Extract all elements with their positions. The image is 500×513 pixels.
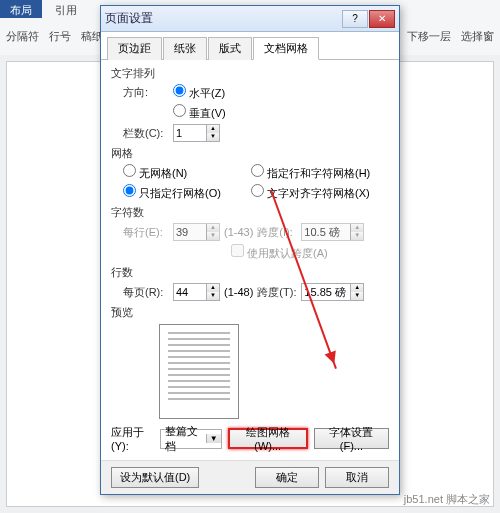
dialog-tabs: 页边距 纸张 版式 文档网格 (101, 32, 399, 60)
section-text-arrange: 文字排列 (111, 66, 389, 81)
ok-button[interactable]: 确定 (255, 467, 319, 488)
radio-lines-only[interactable]: 只指定行网格(O) (123, 184, 233, 201)
columns-stepper[interactable]: ▲▼ (173, 124, 220, 142)
preview-box (159, 324, 239, 419)
close-icon[interactable]: ✕ (369, 10, 395, 28)
char-span-label: 跨度(I): (257, 225, 297, 240)
dialog-title: 页面设置 (105, 10, 342, 27)
apply-to-label: 应用于(Y): (111, 425, 154, 452)
direction-label: 方向: (123, 85, 169, 100)
radio-lines-chars[interactable]: 指定行和字符网格(H) (251, 164, 370, 181)
section-grid: 网格 (111, 146, 389, 161)
chevron-down-icon[interactable]: ▼ (206, 434, 221, 443)
draw-grid-button[interactable]: 绘图网格(W)... (228, 428, 308, 449)
title-bar[interactable]: 页面设置 ? ✕ (101, 6, 399, 32)
tab-layout[interactable]: 版式 (208, 37, 252, 60)
line-span-label: 跨度(T): (257, 285, 297, 300)
help-icon[interactable]: ? (342, 10, 368, 28)
per-line-label: 每行(E): (123, 225, 169, 240)
per-page-stepper[interactable]: ▲▼ (173, 283, 220, 301)
send-back-btn[interactable]: 下移一层 (407, 29, 451, 44)
section-preview: 预览 (111, 305, 389, 320)
breaks-btn[interactable]: 分隔符 (6, 29, 39, 44)
radio-align-chars[interactable]: 文字对齐字符网格(X) (251, 184, 370, 201)
font-settings-button[interactable]: 字体设置(F)... (314, 428, 389, 449)
section-lines: 行数 (111, 265, 389, 280)
char-span-stepper: ▲▼ (301, 223, 364, 241)
per-page-label: 每页(R): (123, 285, 169, 300)
per-line-stepper: ▲▼ (173, 223, 220, 241)
default-span-checkbox: 使用默认跨度(A) (231, 244, 328, 261)
tab-doc-grid[interactable]: 文档网格 (253, 37, 319, 60)
apply-to-combo[interactable]: 整篇文档▼ (160, 429, 222, 449)
page-setup-dialog: 页面设置 ? ✕ 页边距 纸张 版式 文档网格 文字排列 方向: 水平(Z) 垂… (100, 5, 400, 495)
per-line-range: (1-43) (224, 226, 253, 238)
per-page-range: (1-48) (224, 286, 253, 298)
tab-paper[interactable]: 纸张 (163, 37, 207, 60)
line-span-stepper[interactable]: ▲▼ (301, 283, 364, 301)
set-default-button[interactable]: 设为默认值(D) (111, 467, 199, 488)
section-chars: 字符数 (111, 205, 389, 220)
radio-no-grid[interactable]: 无网格(N) (123, 164, 233, 181)
watermark: jb51.net 脚本之家 (404, 492, 490, 507)
radio-horizontal[interactable]: 水平(Z) (173, 84, 225, 101)
selection-btn[interactable]: 选择窗 (461, 29, 494, 44)
line-numbers-btn[interactable]: 行号 (49, 29, 71, 44)
columns-label: 栏数(C): (123, 126, 169, 141)
radio-vertical[interactable]: 垂直(V) (173, 104, 226, 121)
cancel-button[interactable]: 取消 (325, 467, 389, 488)
tab-margins[interactable]: 页边距 (107, 37, 162, 60)
